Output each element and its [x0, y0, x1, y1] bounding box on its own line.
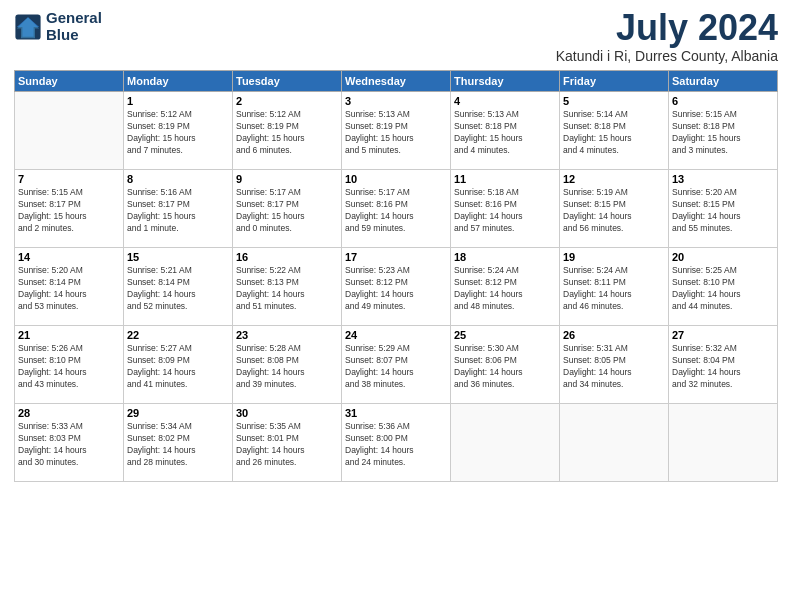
logo-icon — [14, 13, 42, 41]
calendar-cell: 19Sunrise: 5:24 AM Sunset: 8:11 PM Dayli… — [560, 248, 669, 326]
day-info: Sunrise: 5:29 AM Sunset: 8:07 PM Dayligh… — [345, 343, 447, 391]
day-number: 19 — [563, 251, 665, 263]
location-title: Katundi i Ri, Durres County, Albania — [556, 48, 778, 64]
day-info: Sunrise: 5:32 AM Sunset: 8:04 PM Dayligh… — [672, 343, 774, 391]
day-info: Sunrise: 5:25 AM Sunset: 8:10 PM Dayligh… — [672, 265, 774, 313]
calendar-cell: 29Sunrise: 5:34 AM Sunset: 8:02 PM Dayli… — [124, 404, 233, 482]
calendar-week-4: 21Sunrise: 5:26 AM Sunset: 8:10 PM Dayli… — [15, 326, 778, 404]
day-info: Sunrise: 5:34 AM Sunset: 8:02 PM Dayligh… — [127, 421, 229, 469]
calendar-cell: 7Sunrise: 5:15 AM Sunset: 8:17 PM Daylig… — [15, 170, 124, 248]
calendar-cell — [669, 404, 778, 482]
day-info: Sunrise: 5:18 AM Sunset: 8:16 PM Dayligh… — [454, 187, 556, 235]
calendar-cell — [15, 92, 124, 170]
day-number: 17 — [345, 251, 447, 263]
calendar-week-5: 28Sunrise: 5:33 AM Sunset: 8:03 PM Dayli… — [15, 404, 778, 482]
day-number: 7 — [18, 173, 120, 185]
day-info: Sunrise: 5:24 AM Sunset: 8:11 PM Dayligh… — [563, 265, 665, 313]
day-number: 4 — [454, 95, 556, 107]
day-number: 16 — [236, 251, 338, 263]
day-number: 12 — [563, 173, 665, 185]
calendar-cell: 6Sunrise: 5:15 AM Sunset: 8:18 PM Daylig… — [669, 92, 778, 170]
calendar-week-3: 14Sunrise: 5:20 AM Sunset: 8:14 PM Dayli… — [15, 248, 778, 326]
day-info: Sunrise: 5:13 AM Sunset: 8:19 PM Dayligh… — [345, 109, 447, 157]
calendar-cell: 18Sunrise: 5:24 AM Sunset: 8:12 PM Dayli… — [451, 248, 560, 326]
weekday-header-thursday: Thursday — [451, 71, 560, 92]
day-number: 18 — [454, 251, 556, 263]
calendar-cell: 13Sunrise: 5:20 AM Sunset: 8:15 PM Dayli… — [669, 170, 778, 248]
logo: General Blue — [14, 10, 102, 43]
weekday-header-wednesday: Wednesday — [342, 71, 451, 92]
calendar-cell: 12Sunrise: 5:19 AM Sunset: 8:15 PM Dayli… — [560, 170, 669, 248]
day-info: Sunrise: 5:31 AM Sunset: 8:05 PM Dayligh… — [563, 343, 665, 391]
day-number: 5 — [563, 95, 665, 107]
day-info: Sunrise: 5:33 AM Sunset: 8:03 PM Dayligh… — [18, 421, 120, 469]
day-info: Sunrise: 5:17 AM Sunset: 8:16 PM Dayligh… — [345, 187, 447, 235]
day-info: Sunrise: 5:26 AM Sunset: 8:10 PM Dayligh… — [18, 343, 120, 391]
day-info: Sunrise: 5:23 AM Sunset: 8:12 PM Dayligh… — [345, 265, 447, 313]
calendar-table: SundayMondayTuesdayWednesdayThursdayFrid… — [14, 70, 778, 482]
day-info: Sunrise: 5:19 AM Sunset: 8:15 PM Dayligh… — [563, 187, 665, 235]
day-number: 28 — [18, 407, 120, 419]
day-number: 6 — [672, 95, 774, 107]
title-block: July 2024 Katundi i Ri, Durres County, A… — [556, 10, 778, 64]
calendar-cell: 22Sunrise: 5:27 AM Sunset: 8:09 PM Dayli… — [124, 326, 233, 404]
logo-text: General Blue — [46, 10, 102, 43]
day-info: Sunrise: 5:28 AM Sunset: 8:08 PM Dayligh… — [236, 343, 338, 391]
calendar-cell: 28Sunrise: 5:33 AM Sunset: 8:03 PM Dayli… — [15, 404, 124, 482]
day-number: 13 — [672, 173, 774, 185]
day-info: Sunrise: 5:14 AM Sunset: 8:18 PM Dayligh… — [563, 109, 665, 157]
calendar-cell: 15Sunrise: 5:21 AM Sunset: 8:14 PM Dayli… — [124, 248, 233, 326]
calendar-cell: 31Sunrise: 5:36 AM Sunset: 8:00 PM Dayli… — [342, 404, 451, 482]
calendar-cell: 17Sunrise: 5:23 AM Sunset: 8:12 PM Dayli… — [342, 248, 451, 326]
day-info: Sunrise: 5:30 AM Sunset: 8:06 PM Dayligh… — [454, 343, 556, 391]
weekday-header-monday: Monday — [124, 71, 233, 92]
day-info: Sunrise: 5:24 AM Sunset: 8:12 PM Dayligh… — [454, 265, 556, 313]
day-number: 24 — [345, 329, 447, 341]
calendar-week-2: 7Sunrise: 5:15 AM Sunset: 8:17 PM Daylig… — [15, 170, 778, 248]
calendar-cell: 26Sunrise: 5:31 AM Sunset: 8:05 PM Dayli… — [560, 326, 669, 404]
page-header: General Blue July 2024 Katundi i Ri, Dur… — [14, 10, 778, 64]
day-number: 21 — [18, 329, 120, 341]
day-info: Sunrise: 5:12 AM Sunset: 8:19 PM Dayligh… — [127, 109, 229, 157]
day-number: 23 — [236, 329, 338, 341]
day-number: 3 — [345, 95, 447, 107]
day-number: 9 — [236, 173, 338, 185]
day-number: 2 — [236, 95, 338, 107]
day-info: Sunrise: 5:17 AM Sunset: 8:17 PM Dayligh… — [236, 187, 338, 235]
day-number: 25 — [454, 329, 556, 341]
calendar-cell: 5Sunrise: 5:14 AM Sunset: 8:18 PM Daylig… — [560, 92, 669, 170]
weekday-header-sunday: Sunday — [15, 71, 124, 92]
day-info: Sunrise: 5:36 AM Sunset: 8:00 PM Dayligh… — [345, 421, 447, 469]
calendar-cell: 20Sunrise: 5:25 AM Sunset: 8:10 PM Dayli… — [669, 248, 778, 326]
day-number: 27 — [672, 329, 774, 341]
calendar-cell: 30Sunrise: 5:35 AM Sunset: 8:01 PM Dayli… — [233, 404, 342, 482]
weekday-header-tuesday: Tuesday — [233, 71, 342, 92]
day-number: 26 — [563, 329, 665, 341]
calendar-cell: 16Sunrise: 5:22 AM Sunset: 8:13 PM Dayli… — [233, 248, 342, 326]
calendar-cell — [560, 404, 669, 482]
day-number: 20 — [672, 251, 774, 263]
calendar-cell: 3Sunrise: 5:13 AM Sunset: 8:19 PM Daylig… — [342, 92, 451, 170]
day-number: 22 — [127, 329, 229, 341]
calendar-cell: 25Sunrise: 5:30 AM Sunset: 8:06 PM Dayli… — [451, 326, 560, 404]
calendar-cell: 14Sunrise: 5:20 AM Sunset: 8:14 PM Dayli… — [15, 248, 124, 326]
day-info: Sunrise: 5:21 AM Sunset: 8:14 PM Dayligh… — [127, 265, 229, 313]
calendar-cell: 1Sunrise: 5:12 AM Sunset: 8:19 PM Daylig… — [124, 92, 233, 170]
calendar-week-1: 1Sunrise: 5:12 AM Sunset: 8:19 PM Daylig… — [15, 92, 778, 170]
day-info: Sunrise: 5:15 AM Sunset: 8:17 PM Dayligh… — [18, 187, 120, 235]
calendar-cell: 23Sunrise: 5:28 AM Sunset: 8:08 PM Dayli… — [233, 326, 342, 404]
calendar-cell: 9Sunrise: 5:17 AM Sunset: 8:17 PM Daylig… — [233, 170, 342, 248]
day-number: 31 — [345, 407, 447, 419]
day-info: Sunrise: 5:35 AM Sunset: 8:01 PM Dayligh… — [236, 421, 338, 469]
day-info: Sunrise: 5:12 AM Sunset: 8:19 PM Dayligh… — [236, 109, 338, 157]
calendar-cell — [451, 404, 560, 482]
month-title: July 2024 — [556, 10, 778, 46]
day-info: Sunrise: 5:13 AM Sunset: 8:18 PM Dayligh… — [454, 109, 556, 157]
calendar-cell: 11Sunrise: 5:18 AM Sunset: 8:16 PM Dayli… — [451, 170, 560, 248]
calendar-cell: 21Sunrise: 5:26 AM Sunset: 8:10 PM Dayli… — [15, 326, 124, 404]
calendar-cell: 24Sunrise: 5:29 AM Sunset: 8:07 PM Dayli… — [342, 326, 451, 404]
day-number: 29 — [127, 407, 229, 419]
day-info: Sunrise: 5:15 AM Sunset: 8:18 PM Dayligh… — [672, 109, 774, 157]
calendar-cell: 4Sunrise: 5:13 AM Sunset: 8:18 PM Daylig… — [451, 92, 560, 170]
day-info: Sunrise: 5:27 AM Sunset: 8:09 PM Dayligh… — [127, 343, 229, 391]
